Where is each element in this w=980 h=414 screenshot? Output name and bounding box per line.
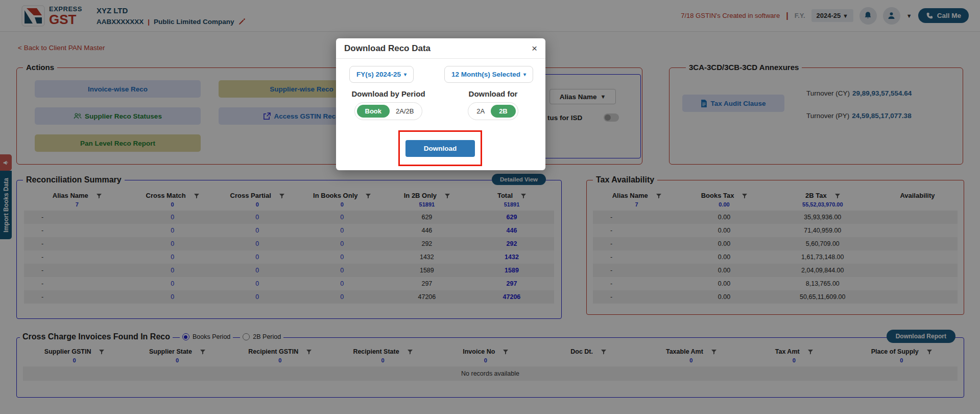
modal-header: Download Reco Data ×	[336, 38, 545, 59]
period-toggle[interactable]: Book 2A/2B	[354, 102, 423, 120]
chevron-down-icon: ▾	[523, 72, 526, 77]
fy-select-dropdown[interactable]: FY(s) 2024-25 ▾	[349, 66, 414, 83]
for-option-2b[interactable]: 2B	[491, 105, 516, 118]
download-for-toggle[interactable]: 2A 2B	[468, 102, 518, 120]
download-reco-data-modal: Download Reco Data × FY(s) 2024-25 ▾ 12 …	[336, 38, 545, 170]
download-for-label: Download for	[441, 89, 545, 98]
close-icon[interactable]: ×	[532, 43, 537, 53]
page: EXPRESS GST XYZ LTD AABXXXXXXX | Public …	[0, 0, 980, 414]
fy-select-label: FY(s) 2024-25	[356, 71, 401, 78]
period-option-book[interactable]: Book	[357, 105, 390, 118]
chevron-down-icon: ▾	[404, 72, 407, 77]
modal-title: Download Reco Data	[344, 43, 431, 54]
months-select-label: 12 Month(s) Selected	[451, 71, 520, 78]
modal-labels-row: Download by Period Download for	[336, 83, 545, 98]
modal-switch-row: Book 2A/2B 2A 2B	[336, 98, 545, 120]
download-button[interactable]: Download	[405, 140, 475, 157]
months-select-dropdown[interactable]: 12 Month(s) Selected ▾	[444, 66, 533, 83]
period-option-2a2b[interactable]: 2A/2B	[390, 105, 420, 118]
highlight-rectangle: Download	[398, 130, 482, 166]
download-by-period-label: Download by Period	[336, 89, 441, 98]
for-option-2a[interactable]: 2A	[470, 105, 491, 118]
modal-dropdown-row: FY(s) 2024-25 ▾ 12 Month(s) Selected ▾	[336, 59, 545, 83]
